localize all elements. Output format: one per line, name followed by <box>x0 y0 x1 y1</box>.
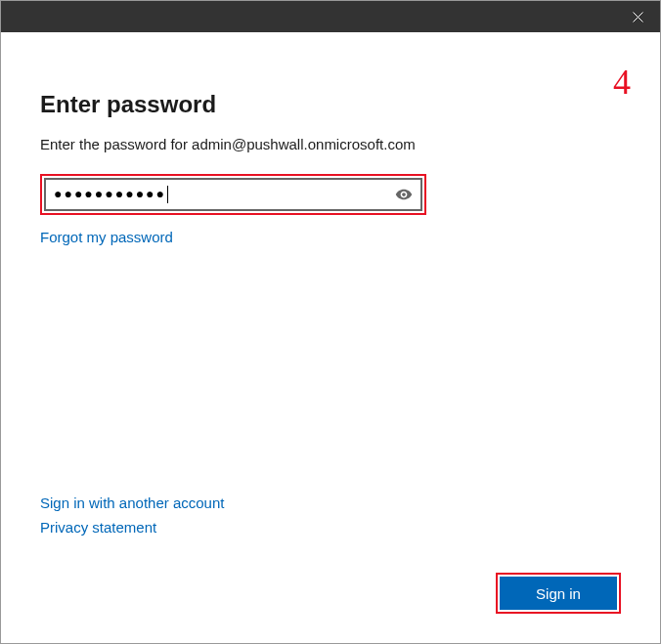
close-icon <box>633 12 643 22</box>
button-row: Sign in <box>40 573 621 614</box>
page-title: Enter password <box>40 91 621 118</box>
signin-button-highlight: Sign in <box>496 573 621 614</box>
forgot-password-link[interactable]: Forgot my password <box>40 229 173 245</box>
another-account-link[interactable]: Sign in with another account <box>40 494 224 511</box>
close-button[interactable] <box>615 1 660 32</box>
dialog-content: 4 Enter password Enter the password for … <box>1 32 660 643</box>
reveal-password-icon[interactable] <box>395 186 413 203</box>
titlebar <box>1 1 660 32</box>
bottom-links: Sign in with another account Privacy sta… <box>40 494 621 543</box>
privacy-statement-link[interactable]: Privacy statement <box>40 519 156 536</box>
step-annotation: 4 <box>613 62 631 103</box>
dialog-window: 4 Enter password Enter the password for … <box>0 0 661 644</box>
password-input[interactable]: ●●●●●●●●●●● <box>44 178 422 211</box>
signin-button[interactable]: Sign in <box>500 577 617 610</box>
password-input-highlight: ●●●●●●●●●●● <box>40 174 426 215</box>
instruction-text: Enter the password for admin@pushwall.on… <box>40 136 621 152</box>
password-value: ●●●●●●●●●●● <box>54 186 395 203</box>
